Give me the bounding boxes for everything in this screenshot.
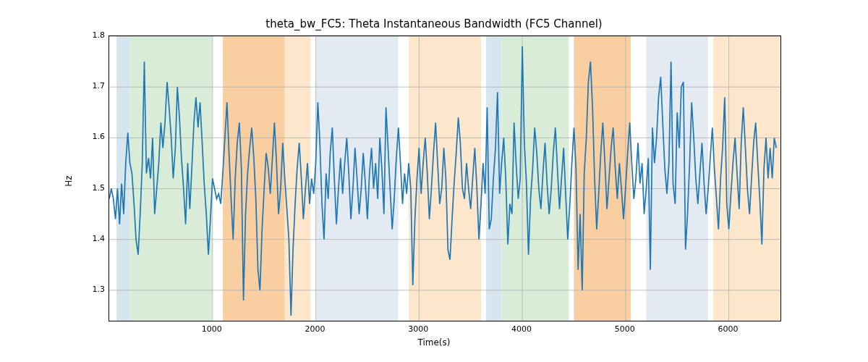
x-tick-label: 2000: [297, 324, 333, 334]
svg-rect-0: [116, 36, 130, 321]
y-tick-label: 1.6: [76, 132, 105, 141]
y-tick-label: 1.4: [76, 234, 105, 243]
x-tick-label: 1000: [194, 324, 230, 334]
svg-rect-5: [409, 36, 481, 321]
chart-container: theta_bw_FC5: Theta Instantaneous Bandwi…: [0, 0, 868, 362]
y-tick-label: 1.5: [76, 183, 105, 193]
x-tick-label: 3000: [400, 324, 436, 334]
svg-rect-2: [223, 36, 285, 321]
plot-svg: [109, 36, 780, 321]
svg-rect-1: [130, 36, 213, 321]
x-tick-label: 6000: [710, 324, 746, 334]
y-tick-label: 1.7: [76, 81, 105, 90]
x-axis-label: Time(s): [0, 337, 868, 348]
svg-rect-7: [502, 36, 569, 321]
y-tick-label: 1.3: [76, 285, 105, 294]
y-tick-label: 1.8: [76, 30, 105, 40]
y-axis-label: Hz: [64, 175, 74, 186]
x-tick-label: 5000: [607, 324, 643, 334]
svg-rect-9: [646, 36, 708, 321]
chart-title: theta_bw_FC5: Theta Instantaneous Bandwi…: [0, 17, 868, 30]
x-tick-label: 4000: [503, 324, 540, 334]
plot-area: [109, 35, 781, 321]
